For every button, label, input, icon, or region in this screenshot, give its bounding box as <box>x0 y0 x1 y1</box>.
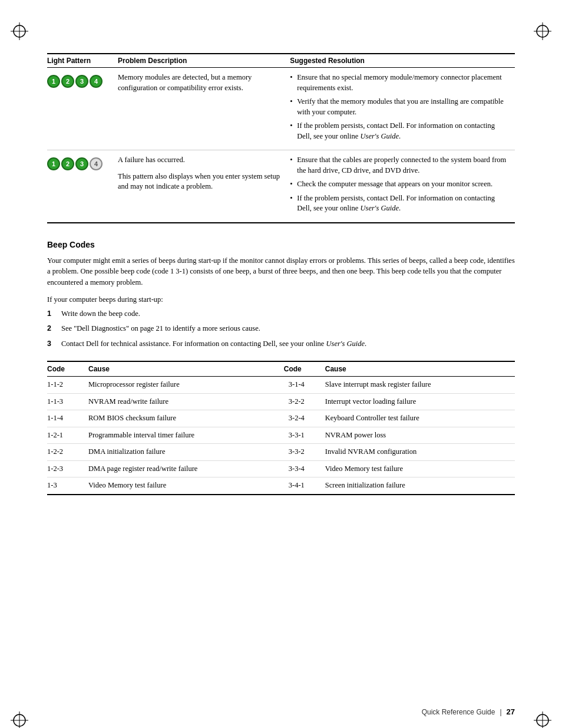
italic-guide: User's Guide <box>326 340 365 348</box>
list-item: 1 Write down the beep code. <box>47 309 515 319</box>
page-number: 27 <box>507 707 515 716</box>
step-text-1: Write down the beep code. <box>61 309 140 319</box>
light-pattern-cell: 1 2 3 4 <box>47 150 118 223</box>
beep-table-cell: 1-1-2 <box>47 377 88 394</box>
list-item: If the problem persists, contact Dell. F… <box>290 193 510 214</box>
light-3: 3 <box>75 75 88 88</box>
step-number: 3 <box>47 339 55 350</box>
step-text-3: Contact Dell for technical assistance. F… <box>61 339 366 350</box>
problem-desc-cell: Memory modules are detected, but a memor… <box>118 68 290 150</box>
beep-table-cell: ROM BIOS checksum failure <box>88 410 284 427</box>
list-item: Check the computer message that appears … <box>290 179 510 190</box>
light-2: 2 <box>61 75 74 88</box>
light-icons-row1: 1 2 3 4 <box>47 75 113 88</box>
beep-table-cell: 3-3-2 <box>284 444 325 461</box>
resolution-cell: Ensure that no special memory module/mem… <box>290 68 515 150</box>
beep-table-cell: Interrupt vector loading failure <box>325 393 515 410</box>
beep-steps-list: 1 Write down the beep code. 2 See "Dell … <box>47 309 515 350</box>
beep-codes-title: Beep Codes <box>47 240 515 249</box>
beep-table-cell: NVRAM power loss <box>325 427 515 444</box>
problem-desc-cell-2: A failure has occurred. This pattern als… <box>118 150 290 223</box>
beep-table-cell: Microprocessor register failure <box>88 377 284 394</box>
light-3: 3 <box>75 157 88 170</box>
col-header-light-pattern: Light Pattern <box>47 54 118 68</box>
step-text-2: See "Dell Diagnostics" on page 21 to ide… <box>61 324 260 334</box>
resolution-cell-2: Ensure that the cables are properly conn… <box>290 150 515 223</box>
beep-table-cell: Slave interrupt mask register failure <box>325 377 515 394</box>
beep-codes-section: Beep Codes Your computer might emit a se… <box>47 240 515 495</box>
beep-table-cell: 1-1-4 <box>47 410 88 427</box>
beep-col-cause-1: Cause <box>88 361 284 377</box>
beep-table-cell: 3-3-4 <box>284 460 325 477</box>
problem-text-1: Memory modules are detected, but a memor… <box>118 73 285 93</box>
beep-table-cell: 1-3 <box>47 477 88 495</box>
light-pattern-cell: 1 2 3 4 <box>47 68 118 150</box>
light-icons-row2: 1 2 3 4 <box>47 157 113 170</box>
list-item: 3 Contact Dell for technical assistance.… <box>47 339 515 350</box>
page: Light Pattern Problem Description Sugges… <box>0 12 562 728</box>
beep-table-cell: 3-2-2 <box>284 393 325 410</box>
beep-codes-description: Your computer might emit a series of bee… <box>47 255 515 288</box>
list-item: Ensure that the cables are properly conn… <box>290 155 510 176</box>
table-row: 1-1-4ROM BIOS checksum failure3-2-4Keybo… <box>47 410 515 427</box>
col-header-problem: Problem Description <box>118 54 290 68</box>
table-row: 1-3Video Memory test failure3-4-1Screen … <box>47 477 515 495</box>
light-4: 4 <box>90 75 103 88</box>
corner-mark-bl <box>11 711 28 728</box>
list-item: If the problem persists, contact Dell. F… <box>290 121 510 141</box>
resolution-list-2: Ensure that the cables are properly conn… <box>290 155 510 214</box>
beep-table-cell: 1-2-1 <box>47 427 88 444</box>
corner-mark-tr <box>534 22 551 40</box>
beep-table-cell: Programmable interval timer failure <box>88 427 284 444</box>
beep-col-code-1: Code <box>47 361 88 377</box>
guide-label: Quick Reference Guide <box>422 708 495 716</box>
list-item: Verify that the memory modules that you … <box>290 97 510 117</box>
beep-code-table: Code Cause Code Cause 1-1-2Microprocesso… <box>47 361 515 495</box>
problem-text-2b: This pattern also displays when you ente… <box>118 172 285 192</box>
corner-mark-tl <box>11 22 28 40</box>
light-4: 4 <box>90 157 103 170</box>
beep-table-cell: Invalid NVRAM configuration <box>325 444 515 461</box>
beep-table-cell: DMA page register read/write failure <box>88 460 284 477</box>
beep-table-cell: 3-1-4 <box>284 377 325 394</box>
main-content: Light Pattern Problem Description Sugges… <box>47 47 515 495</box>
italic-guide: User's Guide <box>360 132 399 140</box>
beep-table-cell: 1-1-3 <box>47 393 88 410</box>
beep-table-cell: Screen initialization failure <box>325 477 515 495</box>
italic-guide: User's Guide <box>360 204 399 212</box>
beep-codes-intro: If your computer beeps during start-up: <box>47 295 515 304</box>
light-2: 2 <box>61 157 74 170</box>
corner-mark-br <box>534 711 551 728</box>
table-row: 1-2-1Programmable interval timer failure… <box>47 427 515 444</box>
beep-table-cell: Video Memory test failure <box>88 477 284 495</box>
step-number: 2 <box>47 324 55 334</box>
table-row: 1 2 3 4 A failure has occurred. This pat… <box>47 150 515 223</box>
beep-col-code-2: Code <box>284 361 325 377</box>
beep-table-cell: DMA initialization failure <box>88 444 284 461</box>
table-row: 1-2-2DMA initialization failure3-3-2Inva… <box>47 444 515 461</box>
col-header-resolution: Suggested Resolution <box>290 54 515 68</box>
page-footer: Quick Reference Guide | 27 <box>422 707 515 716</box>
list-item: 2 See "Dell Diagnostics" on page 21 to i… <box>47 324 515 334</box>
beep-table-cell: NVRAM read/write failure <box>88 393 284 410</box>
step-number: 1 <box>47 309 55 319</box>
beep-col-cause-2: Cause <box>325 361 515 377</box>
beep-table-cell: 1-2-3 <box>47 460 88 477</box>
beep-table-cell: 3-3-1 <box>284 427 325 444</box>
diagnostic-table: Light Pattern Problem Description Sugges… <box>47 53 515 223</box>
light-1: 1 <box>47 157 60 170</box>
beep-table-cell: 3-2-4 <box>284 410 325 427</box>
table-row: 1 2 3 4 Memory modules are detected, but… <box>47 68 515 150</box>
beep-table-cell: 1-2-2 <box>47 444 88 461</box>
problem-text-2a: A failure has occurred. <box>118 155 285 166</box>
resolution-list-1: Ensure that no special memory module/mem… <box>290 73 510 141</box>
list-item: Ensure that no special memory module/mem… <box>290 73 510 93</box>
beep-table-cell: 3-4-1 <box>284 477 325 495</box>
beep-table-cell: Video Memory test failure <box>325 460 515 477</box>
footer-separator: | <box>500 708 501 716</box>
table-row: 1-1-2Microprocessor register failure3-1-… <box>47 377 515 394</box>
light-1: 1 <box>47 75 60 88</box>
beep-table-cell: Keyboard Controller test failure <box>325 410 515 427</box>
table-row: 1-1-3NVRAM read/write failure3-2-2Interr… <box>47 393 515 410</box>
table-row: 1-2-3DMA page register read/write failur… <box>47 460 515 477</box>
